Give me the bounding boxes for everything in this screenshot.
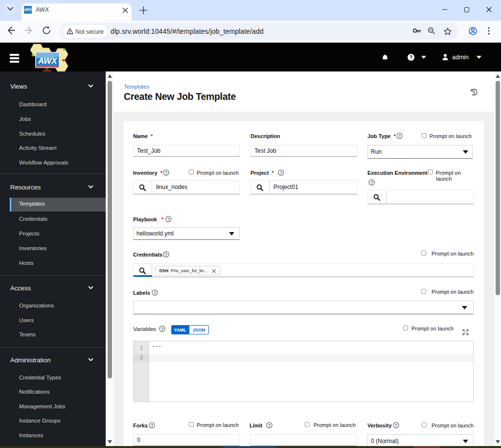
svg-text:?: ? [165, 252, 167, 257]
svg-text:?: ? [268, 423, 271, 428]
svg-text:?: ? [154, 290, 156, 295]
svg-text:?: ? [280, 170, 282, 175]
svg-text:?: ? [165, 170, 167, 175]
svg-text:?: ? [161, 327, 163, 331]
svg-text:?: ? [410, 55, 412, 60]
svg-text:?: ? [151, 423, 153, 428]
svg-text:?: ? [398, 134, 401, 139]
svg-text:?: ? [167, 217, 170, 222]
svg-text:?: ? [395, 423, 397, 428]
svg-text:AWX: AWX [38, 56, 58, 66]
svg-text:?: ? [370, 180, 373, 185]
